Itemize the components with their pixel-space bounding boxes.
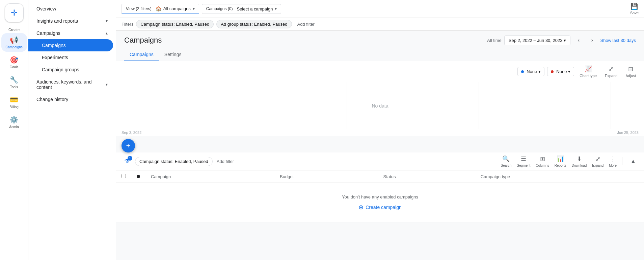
- add-filter-button[interactable]: Add filter: [295, 20, 317, 28]
- adjust-button[interactable]: ⊟ Adjust: [623, 64, 639, 79]
- empty-state-row: You don't have any enabled campaigns ⊕ C…: [116, 183, 644, 223]
- tools-nav-label: Tools: [10, 85, 18, 89]
- icon-nav: ✛ Create 📢 Campaigns 🎯 Goals 🔧 Tools 💳 B…: [0, 0, 28, 260]
- budget-column-header[interactable]: Budget: [274, 170, 378, 183]
- segment-label: Segment: [517, 164, 530, 167]
- chart-col-7: [314, 82, 347, 129]
- toolbar-actions: 🔍 Search ☰ Segment ⊞ Columns 📊 Reports: [501, 155, 639, 167]
- nav-item-campaigns[interactable]: 📢 Campaigns: [1, 33, 27, 52]
- empty-message: You don't have any enabled campaigns: [130, 194, 630, 199]
- type-column-header[interactable]: Campaign type: [475, 170, 644, 183]
- expand-chart-label: Expand: [605, 74, 617, 78]
- expand-table-action[interactable]: ⤢ Expand: [592, 155, 603, 167]
- insights-chevron-icon: ▾: [106, 19, 108, 23]
- sidebar-item-campaigns[interactable]: Campaigns: [28, 39, 113, 51]
- chart-type-icon: 📈: [585, 65, 592, 73]
- sidebar-item-campaigns-parent[interactable]: Campaigns ▴: [28, 27, 113, 39]
- chart-col-6: [281, 82, 314, 129]
- more-action[interactable]: ⋮ More: [609, 155, 617, 167]
- download-label: Download: [572, 164, 587, 167]
- view-dropdown[interactable]: View (2 filters) 🏠 All campaigns ▾: [122, 4, 199, 14]
- checkbox-header[interactable]: [116, 170, 131, 183]
- search-action[interactable]: 🔍 Search: [501, 155, 512, 167]
- filter-badge: 1: [128, 156, 132, 161]
- show-last-30-button[interactable]: Show last 30 days: [600, 38, 636, 43]
- status-filter-chip[interactable]: Campaign status: Enabled, Paused: [135, 157, 213, 166]
- fab-button[interactable]: +: [122, 139, 135, 152]
- sidebar-item-campaign-groups[interactable]: Campaign groups: [28, 64, 113, 76]
- sidebar-campaign-groups-label: Campaign groups: [42, 67, 79, 72]
- status-filter-text: Campaign status: Enabled, Paused: [139, 159, 208, 164]
- content-area: Campaigns All time Sep 2, 2022 – Jun 30,…: [116, 31, 644, 260]
- prev-date-button[interactable]: ‹: [573, 35, 584, 46]
- chart-dates: Sep 3, 2022 Jun 25, 2023: [116, 129, 644, 136]
- collapse-button[interactable]: ▲: [628, 156, 639, 167]
- fab-plus-icon: +: [126, 141, 131, 150]
- chart-col-8: [347, 82, 380, 129]
- date-range-text: Sep 2, 2022 – Jun 30, 2023: [509, 38, 563, 43]
- table-add-filter-button[interactable]: Add filter: [215, 158, 235, 165]
- table-filter-button[interactable]: ⚗ 1: [122, 156, 132, 167]
- metric1-chevron-icon: ▾: [538, 69, 541, 74]
- campaign-column-header[interactable]: Campaign: [145, 170, 274, 183]
- status-column-header[interactable]: Status: [378, 170, 475, 183]
- sidebar-campaigns-label: Campaigns: [42, 43, 66, 48]
- download-action[interactable]: ⬇ Download: [572, 155, 587, 167]
- chart-controls: None ▾ None ▾ 📈 Chart type ⤢ Expand: [116, 61, 644, 82]
- sidebar-item-overview[interactable]: Overview: [28, 3, 113, 15]
- tab-campaigns[interactable]: Campaigns: [124, 48, 159, 61]
- segment-action[interactable]: ☰ Segment: [517, 155, 530, 167]
- sidebar-campaigns-parent-label: Campaigns: [36, 30, 60, 36]
- metric2-label: None: [556, 69, 567, 74]
- nav-item-billing[interactable]: 💳 Billing: [1, 93, 27, 112]
- chart-col-10: [413, 82, 446, 129]
- metric1-dropdown[interactable]: None ▾: [517, 67, 544, 76]
- save-area: 💾 Save: [630, 3, 639, 15]
- reports-icon: 📊: [557, 155, 564, 163]
- empty-state-cell: You don't have any enabled campaigns ⊕ C…: [116, 183, 644, 223]
- select-all-checkbox[interactable]: [122, 174, 126, 178]
- columns-action[interactable]: ⊞ Columns: [536, 155, 549, 167]
- sidebar-item-experiments[interactable]: Experiments: [28, 51, 113, 64]
- save-button[interactable]: 💾 Save: [630, 3, 639, 15]
- tab-campaigns-label: Campaigns: [130, 52, 154, 57]
- create-campaign-button[interactable]: ⊕ Create campaign: [358, 204, 402, 211]
- select-campaign-label: Select a campaign: [237, 6, 273, 11]
- chart-col-13: [512, 82, 545, 129]
- tools-icon: 🔧: [10, 76, 18, 84]
- filter-chip-adgroup-status[interactable]: Ad group status: Enabled, Paused: [216, 20, 292, 28]
- next-date-button[interactable]: ›: [587, 35, 597, 46]
- sidebar-item-change-history[interactable]: Change history: [28, 93, 113, 105]
- reports-action[interactable]: 📊 Reports: [555, 155, 566, 167]
- download-icon: ⬇: [577, 155, 582, 163]
- nav-item-admin[interactable]: ⚙️ Admin: [1, 113, 27, 132]
- nav-item-tools[interactable]: 🔧 Tools: [1, 73, 27, 92]
- create-campaign-plus-icon: ⊕: [358, 204, 364, 211]
- create-button[interactable]: ✛: [5, 3, 24, 22]
- audiences-chevron-icon: ▾: [106, 82, 108, 87]
- billing-icon: 💳: [10, 96, 18, 104]
- tab-settings-label: Settings: [164, 52, 182, 57]
- filter-bar: Filters Campaign status: Enabled, Paused…: [116, 18, 644, 31]
- date-range-selector[interactable]: Sep 2, 2022 – Jun 30, 2023 ▾: [504, 36, 571, 45]
- metric2-dot: [551, 70, 554, 73]
- sidebar-item-insights[interactable]: Insights and reports ▾: [28, 15, 113, 27]
- tab-settings[interactable]: Settings: [159, 48, 187, 61]
- sidebar-item-overview-label: Overview: [36, 6, 56, 11]
- campaigns-dropdown[interactable]: Campaigns (0) Select a campaign ▾: [202, 4, 281, 14]
- expand-chart-button[interactable]: ⤢ Expand: [602, 64, 620, 79]
- metric2-dropdown[interactable]: None ▾: [547, 67, 574, 76]
- status-indicator: [137, 175, 140, 178]
- chart-type-button[interactable]: 📈 Chart type: [577, 64, 599, 79]
- filter-chip-campaign-status[interactable]: Campaign status: Enabled, Paused: [136, 20, 214, 28]
- chart-col-11: [446, 82, 479, 129]
- sidebar-change-history-label: Change history: [36, 97, 68, 102]
- nav-item-goals[interactable]: 🎯 Goals: [1, 53, 27, 72]
- create-label: Create: [8, 28, 20, 32]
- campaigns-table: Campaign Budget Status Campaign type You…: [116, 170, 644, 223]
- campaigns-nav-label: Campaigns: [5, 45, 23, 49]
- sidebar-item-audiences[interactable]: Audiences, keywords, and content ▾: [28, 76, 113, 93]
- chart-end-date: Jun 25, 2023: [617, 131, 639, 135]
- chart-col-15: [578, 82, 611, 129]
- chart-col-4: [215, 82, 248, 129]
